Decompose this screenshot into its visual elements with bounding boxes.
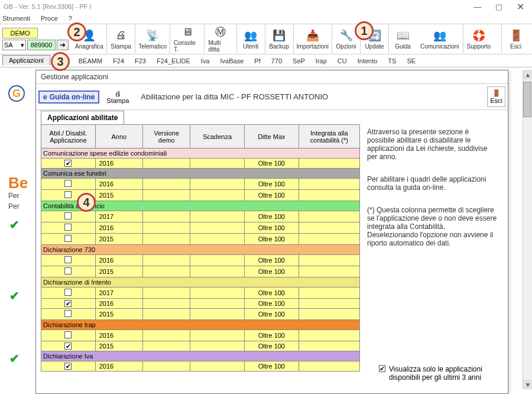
backup-button[interactable]: 💾Backup (265, 25, 293, 53)
cell-scadenza (190, 309, 245, 320)
telematico-button[interactable]: 📡Telematico (135, 25, 170, 53)
tab-ivabase[interactable]: IvaBase (216, 56, 249, 66)
tab-pf[interactable]: Pf (249, 56, 265, 66)
tab-f23[interactable]: F23 (130, 56, 151, 66)
scroll-down-arrow[interactable]: ▼ (523, 380, 532, 389)
visualizza-3anni-checkbox[interactable]: ✔ (379, 365, 385, 372)
stampa-button[interactable]: 🖨Stampa (106, 25, 135, 53)
cell-versione (143, 179, 190, 190)
tab-se[interactable]: SE (402, 56, 420, 66)
tab-770[interactable]: 770 (267, 56, 287, 66)
esci-button[interactable]: 🚪 Esci (501, 25, 530, 53)
stampa-button[interactable]: 🖨 Stampa (104, 90, 131, 104)
sa-select[interactable]: SA▾ (2, 40, 26, 50)
menu-proce[interactable]: Proce (41, 15, 58, 22)
tab-f24[interactable]: F24 (108, 56, 129, 66)
abil-checkbox[interactable] (64, 191, 72, 198)
cell-scadenza (190, 179, 245, 190)
abil-checkbox[interactable] (64, 235, 72, 242)
group-header: Dichiarazione Irap (41, 320, 360, 330)
cell-integrata (299, 211, 359, 222)
abil-checkbox[interactable]: ✔ (64, 160, 72, 167)
cell-versione (143, 234, 190, 245)
applicazioni-abilitate-tab[interactable]: Applicazioni abilitate (41, 111, 124, 124)
table-row: 2015Oltre 100 (41, 309, 360, 320)
stampa-icon: 🖨 (115, 29, 128, 42)
tab-irap[interactable]: Irap (311, 56, 332, 66)
close-button[interactable]: ✕ (510, 0, 531, 13)
opzioni-icon: 🔧 (340, 29, 353, 42)
tab-intento[interactable]: Intento (353, 56, 382, 66)
guida-online-button[interactable]: e Guida on-line (38, 91, 99, 104)
tab-iva[interactable]: Iva (196, 56, 215, 66)
importazioni-button[interactable]: 📥Importazioni (293, 25, 332, 53)
exit-icon: 🚪 (510, 29, 523, 42)
guida-button[interactable]: 📖Guida (388, 25, 417, 53)
load-button[interactable]: ➜ (57, 40, 69, 50)
supporto-button[interactable]: 🛟Supporto (463, 25, 495, 53)
scroll-thumb[interactable] (523, 82, 531, 117)
bg-heading: Be (8, 174, 28, 192)
table-row: ✔2016Oltre 100 (41, 159, 360, 169)
vertical-scrollbar[interactable]: ▲ ▼ (523, 70, 532, 389)
abil-checkbox[interactable] (64, 289, 72, 296)
comunicazioni-button[interactable]: 👥Comunicazioni (417, 25, 463, 53)
tab-beamm[interactable]: BEAMM (74, 56, 107, 66)
callout-1: 1 (355, 21, 374, 40)
cell-scadenza (190, 341, 245, 351)
cell-versione (143, 266, 190, 277)
cell-anno: 2017 (95, 211, 142, 222)
col-anno: Anno (95, 125, 142, 148)
abil-checkbox[interactable] (64, 224, 72, 231)
abil-checkbox[interactable]: ✔ (64, 343, 72, 350)
abil-checkbox[interactable] (64, 180, 72, 187)
menu-help[interactable]: ? (69, 15, 72, 22)
tab-cu[interactable]: CU (333, 56, 352, 66)
abilitazione-title: Abilitazione per la ditta MIC - PF ROSSE… (141, 92, 328, 101)
tab-ts[interactable]: TS (383, 56, 401, 66)
abil-checkbox[interactable]: ✔ (64, 363, 72, 370)
cell-versione (143, 361, 190, 372)
tab-sep[interactable]: SeP (288, 56, 310, 66)
cell-integrata (299, 341, 359, 351)
col-scadenza: Scadenza (190, 125, 245, 148)
callout-4: 4 (77, 193, 96, 212)
cell-versione (143, 255, 190, 266)
cell-integrata (299, 299, 359, 309)
cell-anno: 2017 (95, 288, 142, 299)
abil-checkbox[interactable]: ✔ (64, 300, 72, 307)
console-t--button[interactable]: 🖥Console T. (170, 25, 204, 53)
abil-checkbox[interactable] (64, 256, 72, 263)
esci-panel-button[interactable]: 🚪 Esci (487, 86, 505, 107)
cell-integrata (299, 266, 359, 277)
minimize-button[interactable]: — (467, 0, 488, 13)
comunicazioni-icon: 👥 (433, 29, 446, 42)
table-row: ✔2016Oltre 100 (41, 299, 360, 309)
cell-versione (143, 309, 190, 320)
ie-icon: e (43, 93, 47, 101)
col-integrata: Integrata alla contabilità (*) (299, 125, 359, 148)
utenti-button[interactable]: 👥Utenti (236, 25, 265, 53)
abil-checkbox[interactable] (64, 267, 72, 274)
cell-anno: 2015 (95, 266, 142, 277)
abil-checkbox[interactable] (64, 212, 72, 219)
abil-checkbox[interactable] (64, 310, 72, 317)
code-input[interactable]: 889900 (27, 40, 56, 50)
menu-strumenti[interactable]: Strumenti (2, 15, 30, 22)
maximize-button[interactable]: ▢ (488, 0, 510, 13)
cell-integrata (299, 288, 359, 299)
table-row: 2015Oltre 100 (41, 234, 360, 245)
applicazioni-tab[interactable]: Applicazioni (2, 55, 50, 66)
tab-f24_elide[interactable]: F24_ELIDE (152, 56, 195, 66)
scroll-up-arrow[interactable]: ▲ (523, 70, 532, 79)
cell-integrata (299, 309, 359, 320)
cell-scadenza (190, 190, 245, 201)
col-versione: Versione demo (143, 125, 190, 148)
exit-icon: 🚪 (492, 89, 501, 97)
table-row: 2016Oltre 100 (41, 222, 360, 234)
cell-versione (143, 159, 190, 169)
abil-checkbox[interactable] (64, 331, 72, 338)
check-icon: ✔ (9, 351, 20, 366)
importazioni-icon: 📥 (306, 29, 319, 42)
multi-ditta-button[interactable]: ⓂMulti ditta (204, 25, 236, 53)
